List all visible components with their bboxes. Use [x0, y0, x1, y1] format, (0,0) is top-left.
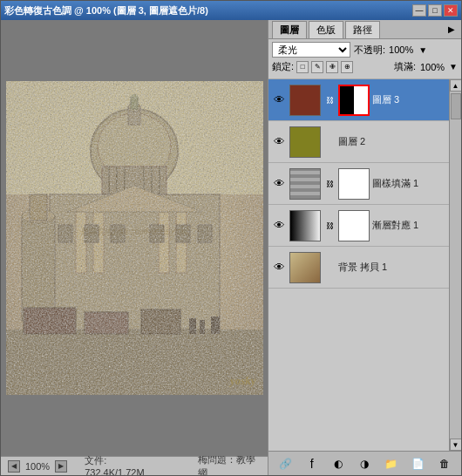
window-title: 彩色轉復古色調 @ 100% (圖層 3, 圖層遮色片/8)	[4, 4, 208, 17]
link-layers-btn[interactable]: 🔗	[276, 455, 294, 473]
title-bar-buttons: — □ ✕	[412, 4, 458, 17]
layer-2-visibility[interactable]: 👁	[271, 134, 287, 150]
add-mask-btn[interactable]: ◐	[330, 455, 347, 473]
lock-row: 鎖定: □ ✎ ✙ ⊕ 填滿: 100% ▼	[272, 60, 458, 73]
fill-arrow[interactable]: ▼	[449, 62, 458, 71]
fill-value: 100%	[420, 62, 445, 72]
layer-item-2[interactable]: 👁 圖層 2	[268, 121, 449, 163]
layer-3-thumb-color	[289, 85, 321, 116]
file-size: 文件: 732.4K/1.72M	[85, 454, 163, 475]
tab-layers[interactable]: 圖層	[272, 21, 307, 38]
layer-bg-visibility[interactable]: 👁	[271, 260, 287, 275]
nav-arrow-right[interactable]: ▶	[55, 460, 67, 473]
scroll-down-btn[interactable]: ▼	[450, 439, 462, 451]
layer-pattern-visibility[interactable]: 👁	[271, 176, 287, 192]
caption-text: 梅問題：教學網	[198, 453, 261, 476]
maximize-button[interactable]: □	[428, 4, 442, 17]
blend-mode-select[interactable]: 柔光	[272, 42, 350, 58]
zoom-level: 100%	[25, 461, 50, 472]
layer-item-grad[interactable]: 👁 ⛓ 漸層對應 1	[268, 205, 449, 247]
layer-3-thumb-mask	[338, 85, 370, 116]
yosky-watermark: yosky	[230, 374, 256, 388]
title-bar: 彩色轉復古色調 @ 100% (圖層 3, 圖層遮色片/8) — □ ✕	[1, 1, 461, 20]
panel-menu-icon[interactable]: ▶	[444, 21, 459, 37]
new-layer-btn[interactable]: 📄	[409, 455, 426, 473]
layer-3-visibility[interactable]: 👁	[271, 92, 287, 108]
building-svg	[6, 81, 263, 395]
layer-grad-mask	[338, 210, 370, 241]
layer-bg-name: 背景 拷貝 1	[323, 261, 446, 274]
opacity-arrow[interactable]: ▼	[418, 45, 427, 55]
layers-list: 👁 ⛓ 圖層 3 👁	[268, 79, 449, 451]
lock-transparent-btn[interactable]: □	[296, 61, 309, 73]
layers-controls: 柔光 不透明: 100% ▼ 鎖定: □ ✎ ✙ ⊕ 填滿: 100%	[268, 39, 461, 79]
new-adjustment-btn[interactable]: ◑	[356, 455, 373, 473]
layer-bg-thumb	[289, 252, 321, 283]
layer-item-3[interactable]: 👁 ⛓ 圖層 3	[268, 79, 449, 121]
opacity-value: 100%	[389, 44, 413, 55]
minimize-button[interactable]: —	[412, 4, 426, 17]
lock-label: 鎖定:	[272, 60, 294, 73]
layer-pattern-name: 圖樣填滿 1	[372, 177, 446, 190]
panel-bottom-icons: 🔗 f ◐ ◑ 📁 📄 🗑	[268, 451, 461, 475]
fill-label: 填滿:	[394, 60, 416, 73]
layers-panel: 圖層 色版 路徑 ▶ 柔光 不透明: 100% ▼	[268, 20, 461, 475]
photo-canvas: 思客雲传化妆 1000%EESYON yosky	[6, 81, 263, 395]
lock-pixels-btn[interactable]: ✎	[311, 61, 323, 73]
nav-arrow-left[interactable]: ◀	[8, 460, 20, 473]
scroll-thumb[interactable]	[451, 93, 461, 119]
layer-grad-visibility[interactable]: 👁	[271, 218, 287, 234]
layer-style-btn[interactable]: f	[303, 455, 321, 473]
window-content: 思客雲传化妆 1000%EESYON yosky ◀ 100% ▶ 文件: 73…	[1, 20, 461, 475]
layer-item-pattern[interactable]: 👁 ⛓ 圖樣填滿 1	[268, 163, 449, 205]
svg-rect-36	[6, 81, 263, 395]
fill-row: 填滿: 100% ▼	[394, 60, 458, 73]
layer-item-bg[interactable]: 👁 背景 拷貝 1	[268, 247, 449, 289]
panel-tabs-row: 圖層 色版 路徑 ▶	[268, 20, 461, 39]
layer-3-link[interactable]: ⛓	[323, 94, 336, 106]
layer-2-thumb	[289, 126, 321, 158]
canvas-area: 思客雲传化妆 1000%EESYON yosky	[1, 20, 268, 456]
layer-pattern-mask	[338, 168, 370, 200]
scroll-up-btn[interactable]: ▲	[450, 79, 462, 92]
layer-pattern-thumb	[289, 168, 321, 200]
new-group-btn[interactable]: 📁	[383, 455, 400, 473]
close-button[interactable]: ✕	[444, 4, 458, 17]
layers-scrollbar: ▲ ▼	[449, 79, 461, 451]
lock-all-btn[interactable]: ⊕	[341, 61, 353, 73]
app-window: 彩色轉復古色調 @ 100% (圖層 3, 圖層遮色片/8) — □ ✕	[0, 0, 462, 476]
lock-position-btn[interactable]: ✙	[326, 61, 338, 73]
status-left: ◀ 100% ▶	[8, 460, 67, 473]
svg-rect-37	[290, 210, 320, 241]
delete-layer-btn[interactable]: 🗑	[436, 455, 453, 473]
tab-paths[interactable]: 路徑	[345, 21, 380, 38]
layer-grad-link[interactable]: ⛓	[323, 220, 336, 232]
opacity-label: 不透明:	[354, 44, 385, 57]
tab-color[interactable]: 色版	[309, 21, 343, 38]
layers-with-scroll: 👁 ⛓ 圖層 3 👁	[268, 79, 461, 451]
layer-grad-name: 漸層對應 1	[372, 219, 446, 232]
layer-pattern-link[interactable]: ⛓	[323, 178, 336, 190]
layer-3-name: 圖層 3	[372, 93, 446, 106]
layer-2-name: 圖層 2	[323, 135, 446, 148]
layer-grad-thumb	[289, 210, 321, 241]
status-bar: ◀ 100% ▶ 文件: 732.4K/1.72M 梅問題：教學網	[1, 456, 268, 475]
main-image-area: 思客雲传化妆 1000%EESYON yosky ◀ 100% ▶ 文件: 73…	[1, 20, 268, 475]
blend-row: 柔光 不透明: 100% ▼	[272, 42, 458, 58]
